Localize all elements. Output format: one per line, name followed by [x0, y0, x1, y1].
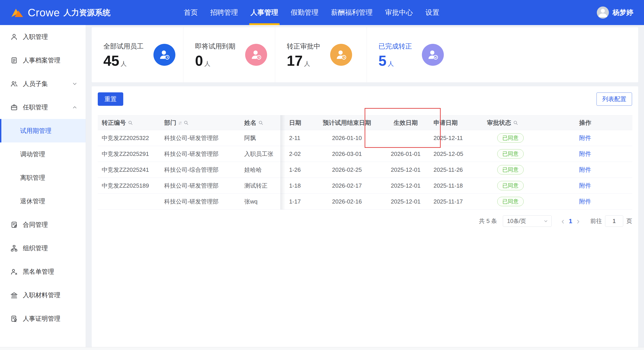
sidebar-item-label: 人事证明管理 [23, 314, 78, 323]
sidebar-item-label: 任职管理 [23, 103, 67, 112]
nav-item-approval-center[interactable]: 审批中心 [379, 0, 419, 25]
chevron-up-icon [72, 104, 78, 110]
sidebar-item-personnel-files[interactable]: 人事档案管理 [0, 48, 86, 72]
stat-pending-approval[interactable]: 转正审批中 17人 [275, 27, 367, 82]
sidebar-item-label: 组织管理 [23, 244, 78, 252]
stat-label: 转正审批中 [287, 42, 320, 51]
sidebar-subitem-transfer[interactable]: 调动管理 [0, 142, 86, 166]
sidebar-item-hr-certificate[interactable]: 人事证明管理 [0, 307, 86, 330]
nav-item-recruit[interactable]: 招聘管理 [204, 0, 244, 25]
stat-unit: 人 [388, 60, 394, 68]
sidebar-subitem-probation[interactable]: 试用期管理 [0, 119, 86, 142]
cell-action: 附件 [538, 130, 632, 146]
stat-label: 即将试用到期 [195, 42, 235, 51]
page-size-value: 10条/页 [507, 218, 526, 225]
search-icon[interactable] [513, 120, 518, 126]
prev-page-button[interactable]: ‹ [558, 217, 568, 226]
col-header-apply-label: 申请日期 [434, 120, 458, 126]
status-badge: 已同意 [497, 149, 524, 158]
user-menu[interactable]: 杨梦婷 [597, 6, 633, 18]
col-header-actions: 操作 [538, 116, 632, 130]
contract-icon [10, 221, 18, 228]
cell-expected-end: 2026-03-01 [312, 146, 382, 162]
attachment-link[interactable]: 附件 [579, 182, 591, 189]
nav-menu: 首页 招聘管理 人事管理 假勤管理 薪酬福利管理 审批中心 设置 [178, 0, 446, 25]
cell-apply: 2025-11-26 [430, 162, 483, 178]
nav-item-home[interactable]: 首页 [178, 0, 204, 25]
status-badge: 已同意 [497, 197, 524, 206]
cell-date-partial: 1-17 [280, 194, 312, 210]
stat-value: 5 [378, 54, 386, 68]
sidebar-item-label: 入职管理 [23, 33, 78, 41]
sort-icon[interactable]: ↓↑ [178, 120, 181, 126]
cell-code [98, 194, 160, 210]
horizontal-scrollbar[interactable] [0, 347, 644, 350]
status-badge: 已同意 [497, 165, 524, 174]
col-header-approval-status: 审批状态 [483, 116, 538, 130]
search-icon[interactable] [184, 120, 189, 126]
attachment-link[interactable]: 附件 [579, 135, 591, 141]
nav-item-hr[interactable]: 人事管理 [244, 0, 284, 25]
probation-table: 转正编号 部门↓↑ 姓名 日期 预计试用结束日期 生效日期 申请日期 [98, 115, 632, 210]
page-number-current[interactable]: 1 [568, 218, 574, 225]
chevron-down-icon [72, 81, 78, 87]
cell-status: 已同意 [483, 162, 538, 178]
sidebar-subitem-label: 离职管理 [20, 174, 45, 182]
cell-status: 已同意 [483, 146, 538, 162]
attachment-link[interactable]: 附件 [579, 166, 591, 173]
cell-date-partial: 2-11 [280, 130, 312, 146]
briefcase-icon [10, 104, 18, 111]
sidebar-item-onboarding-materials[interactable]: 入职材料管理 [0, 283, 86, 307]
sidebar-item-label: 人事档案管理 [23, 56, 78, 65]
main-content: 全部试用员工 45人 即将试用到期 0人 转正审批中 17人 [86, 25, 644, 347]
sidebar-subitem-resignation[interactable]: 离职管理 [0, 166, 86, 190]
cell-dept: 科技公司-综合管理部 [160, 162, 240, 178]
next-page-button[interactable]: › [574, 217, 583, 226]
stat-value: 17 [287, 54, 303, 68]
cell-status: 已同意 [483, 130, 538, 146]
sidebar-subitem-retirement[interactable]: 退休管理 [0, 190, 86, 213]
stat-all-probation[interactable]: 全部试用员工 45人 [92, 27, 184, 82]
cell-name: 入职员工张 [240, 146, 280, 162]
goto-page-input[interactable] [605, 215, 623, 227]
nav-item-settings[interactable]: 设置 [419, 0, 446, 25]
cell-date-partial: 2-02 [280, 146, 312, 162]
sidebar-item-blacklist[interactable]: 黑名单管理 [0, 260, 86, 283]
org-chart-icon [10, 244, 18, 252]
cell-effective: 2025-12-01 [382, 178, 430, 194]
cell-expected-end: 2026-02-16 [312, 194, 382, 210]
total-count: 共 5 条 [479, 217, 497, 225]
cell-dept: 科技公司-研发管理部 [160, 194, 240, 210]
stat-completed[interactable]: 已完成转正 5人 [367, 27, 638, 82]
sidebar-item-organization[interactable]: 组织管理 [0, 236, 86, 260]
stat-unit: 人 [120, 60, 126, 68]
attachment-link[interactable]: 附件 [579, 150, 591, 157]
col-header-actions-label: 操作 [579, 120, 591, 126]
cell-status: 已同意 [483, 178, 538, 194]
page-size-select[interactable]: 10条/页 [503, 215, 552, 227]
col-header-name: 姓名 [240, 116, 280, 130]
sidebar-item-onboarding[interactable]: 入职管理 [0, 25, 86, 48]
attachment-link[interactable]: 附件 [579, 198, 591, 205]
nav-item-compensation[interactable]: 薪酬福利管理 [325, 0, 379, 25]
sidebar-item-contract[interactable]: 合同管理 [0, 213, 86, 236]
person-clock-icon [154, 44, 175, 66]
status-badge: 已同意 [497, 181, 524, 190]
cell-code: 中竞发ZZ2025291 [98, 146, 160, 162]
search-icon[interactable] [258, 120, 264, 126]
cell-date-partial: 1-26 [280, 162, 312, 178]
sidebar-item-position-management[interactable]: 任职管理 [0, 96, 86, 119]
cell-apply: 2025-11-17 [430, 194, 483, 210]
brand-name: Crowe [28, 6, 60, 19]
nav-item-attendance[interactable]: 假勤管理 [284, 0, 325, 25]
avatar-icon [597, 6, 609, 18]
stat-expiring-soon[interactable]: 即将试用到期 0人 [184, 27, 275, 82]
list-config-button[interactable]: 列表配置 [596, 92, 632, 106]
reset-button[interactable]: 重置 [98, 92, 123, 106]
sidebar-item-person-subset[interactable]: 人员子集 [0, 72, 86, 96]
sidebar-subitem-label: 调动管理 [20, 150, 45, 158]
person-icon [10, 33, 18, 41]
cell-action: 附件 [538, 178, 632, 194]
col-header-date-partial: 日期 [280, 116, 312, 130]
search-icon[interactable] [128, 120, 133, 126]
